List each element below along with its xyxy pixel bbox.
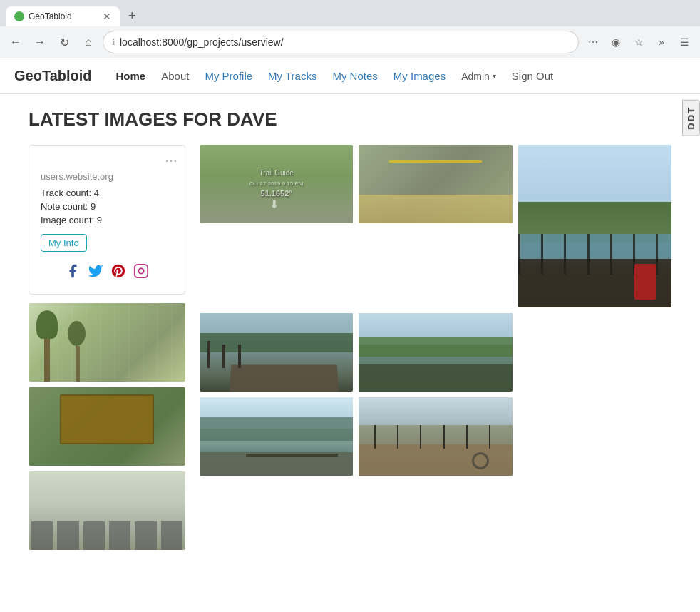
nav-about[interactable]: About [154,66,196,86]
svg-rect-0 [135,265,148,277]
list-item[interactable] [359,145,512,223]
extensions-button[interactable]: » [652,32,671,52]
site-nav: GeoTabloid Home About My Profile My Trac… [0,58,700,94]
note-count: Note count: 9 [41,201,173,212]
main-content: LATEST IMAGES FOR DAVE ⋯ users.website.o… [0,94,700,564]
list-item[interactable]: Trail GuideOct 27 2019 9:15 PM51.1652° ⬇ [200,145,353,223]
nav-links: Home About My Profile My Tracks My Notes… [109,66,561,86]
list-item[interactable] [200,313,353,392]
nav-admin-dropdown[interactable]: Admin [454,66,503,86]
content-layout: ⋯ users.website.org Track count: 4 Note … [29,145,671,550]
home-button[interactable]: ⌂ [78,32,98,52]
image-row-2 [200,313,671,392]
twitter-icon[interactable] [88,263,103,282]
site-brand: GeoTabloid [14,68,92,84]
image-count: Image count: 9 [41,215,173,225]
nav-my-tracks[interactable]: My Tracks [261,66,324,86]
reload-button[interactable]: ↻ [54,32,74,52]
pinterest-icon[interactable] [110,263,126,282]
back-button[interactable]: ← [6,32,26,52]
forward-button[interactable]: → [30,32,50,52]
nav-sign-out[interactable]: Sign Out [505,66,560,86]
active-tab[interactable]: GeoTabloid ✕ [6,6,120,26]
image-row-3 [200,397,671,476]
facebook-icon[interactable] [65,263,81,282]
user-card-menu-button[interactable]: ⋯ [165,153,177,168]
more-options-button[interactable]: ⋯ [583,32,603,52]
nav-my-notes[interactable]: My Notes [325,66,384,86]
tab-title: GeoTabloid [29,11,97,21]
user-card: ⋯ users.website.org Track count: 4 Note … [29,145,185,295]
menu-button[interactable]: ☰ [674,32,694,52]
social-icons [41,263,173,282]
tab-close-button[interactable]: ✕ [103,11,111,22]
my-info-button[interactable]: My Info [41,234,87,252]
user-website: users.website.org [41,171,173,182]
list-item[interactable] [359,397,512,476]
image-row-1: Trail GuideOct 27 2019 9:15 PM51.1652° ⬇ [200,145,671,307]
sidebar-images [29,303,185,550]
tab-bar: GeoTabloid ✕ + [0,0,700,26]
lock-icon: ℹ [112,37,115,47]
page-title: LATEST IMAGES FOR DAVE [29,108,671,131]
list-item[interactable] [200,397,353,476]
new-tab-button[interactable]: + [123,6,142,26]
image-spacer-2 [518,397,671,476]
browser-chrome: GeoTabloid ✕ + ← → ↻ ⌂ ℹ ⋯ ◉ ☆ » ☰ [0,0,700,58]
instagram-icon[interactable] [133,263,149,282]
pocket-button[interactable]: ◉ [606,32,626,52]
tab-favicon [14,11,24,21]
ddt-sidebar[interactable]: DDT [682,100,700,136]
nav-home[interactable]: Home [109,66,153,86]
address-bar[interactable]: ℹ [103,31,579,53]
nav-my-images[interactable]: My Images [386,66,453,86]
browser-toolbar: ← → ↻ ⌂ ℹ ⋯ ◉ ☆ » ☰ [0,26,700,58]
nav-my-profile[interactable]: My Profile [197,66,259,86]
bookmark-button[interactable]: ☆ [629,32,649,52]
image-grid: Trail GuideOct 27 2019 9:15 PM51.1652° ⬇ [200,145,671,550]
list-item[interactable] [359,313,512,392]
list-item[interactable] [29,303,185,382]
sidebar: ⋯ users.website.org Track count: 4 Note … [29,145,185,550]
list-item[interactable] [518,145,671,307]
list-item[interactable] [29,387,185,466]
track-count: Track count: 4 [41,188,173,198]
url-input[interactable] [120,36,570,48]
list-item[interactable] [29,471,185,550]
toolbar-actions: ⋯ ◉ ☆ » ☰ [583,32,694,52]
